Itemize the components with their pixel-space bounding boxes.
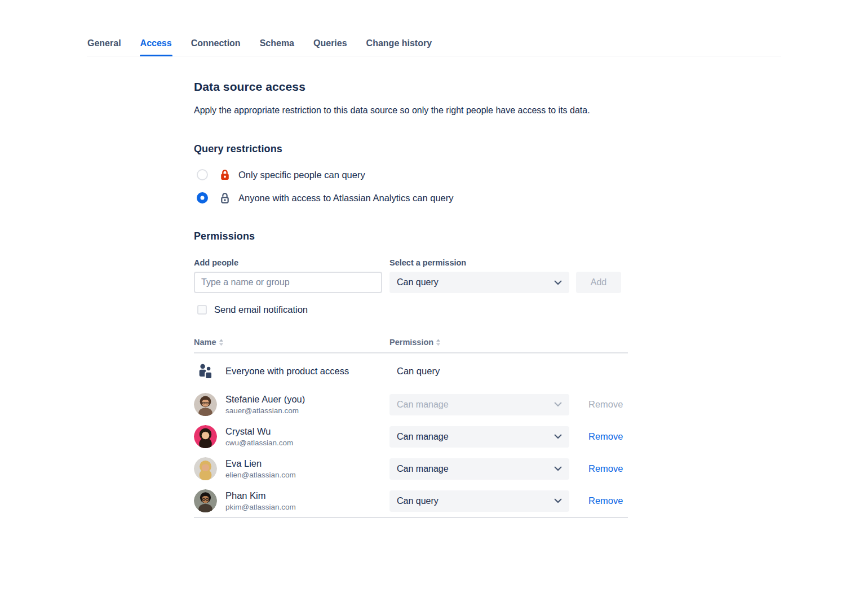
page-title: Data source access (194, 80, 628, 94)
permissions-heading: Permissions (194, 231, 628, 242)
column-header-name[interactable]: Name (194, 338, 389, 347)
restriction-option-anyone: Anyone with access to Atlassian Analytic… (194, 191, 628, 205)
add-people-label: Add people (194, 258, 382, 267)
page-description: Apply the appropriate restriction to thi… (194, 103, 621, 117)
permissions-table: Name Permission (194, 338, 628, 518)
people-group-icon (194, 360, 217, 383)
user-email: cwu@atlassian.com (225, 439, 293, 447)
select-permission-label: Select a permission (389, 258, 569, 267)
user-avatar (194, 425, 217, 448)
permission-select[interactable]: Can query (389, 490, 569, 512)
tab-change-history[interactable]: Change history (366, 37, 432, 56)
permission-select[interactable]: Can manage (389, 458, 569, 480)
user-name: Eva Lien (225, 458, 296, 469)
remove-button[interactable]: Remove (588, 399, 623, 409)
table-header: Name Permission (194, 338, 628, 353)
permission-select[interactable]: Can manage (389, 426, 569, 448)
tab-bar: General Access Connection Schema Queries… (87, 37, 781, 56)
table-bottom-border (194, 517, 628, 518)
chevron-down-icon (554, 466, 562, 471)
permission-select-value: Can query (397, 277, 439, 287)
sort-icon (219, 339, 224, 346)
user-name: Phan Kim (225, 490, 296, 501)
tab-access[interactable]: Access (140, 37, 172, 56)
user-avatar (194, 489, 217, 512)
tab-schema[interactable]: Schema (259, 37, 295, 56)
table-row: Everyone with product access Can query (194, 353, 628, 388)
user-avatar (194, 457, 217, 480)
settings-page: General Access Connection Schema Queries… (0, 0, 868, 518)
user-email: elien@atlassian.com (225, 471, 296, 479)
user-email: pkim@atlassian.com (225, 503, 296, 511)
radio-button[interactable] (197, 169, 208, 180)
group-name: Everyone with product access (225, 366, 349, 377)
email-notification-checkbox[interactable] (197, 305, 207, 315)
radio-button[interactable] (197, 192, 208, 203)
column-header-permission[interactable]: Permission (389, 338, 441, 347)
chevron-down-icon (554, 498, 562, 503)
permission-select[interactable]: Can manage (389, 394, 569, 415)
email-notification-row: Send email notification (194, 304, 628, 315)
tab-general[interactable]: General (87, 37, 122, 56)
user-email: sauer@atlassian.com (225, 406, 305, 415)
chevron-down-icon (554, 434, 562, 439)
remove-button[interactable]: Remove (588, 495, 623, 506)
tab-connection[interactable]: Connection (191, 37, 241, 56)
table-row: Crystal Wu cwu@atlassian.com Can manage … (194, 421, 628, 453)
permission-select[interactable]: Can query (389, 272, 569, 293)
query-restrictions-heading: Query restrictions (194, 143, 628, 155)
user-avatar (194, 393, 217, 416)
tab-queries[interactable]: Queries (313, 37, 348, 56)
lock-closed-icon (219, 168, 231, 182)
remove-button[interactable]: Remove (588, 431, 623, 441)
chevron-down-icon (554, 402, 562, 407)
chevron-down-icon (554, 280, 562, 285)
restriction-option-label: Only specific people can query (238, 170, 365, 180)
user-name: Stefanie Auer (you) (225, 394, 305, 405)
permission-value: Can query (389, 366, 579, 377)
restriction-option-specific: Only specific people can query (194, 168, 628, 182)
sort-icon (436, 339, 441, 346)
lock-open-icon (219, 191, 231, 205)
add-people-input[interactable] (194, 272, 382, 293)
query-restrictions-group: Only specific people can query Anyone wi… (194, 168, 628, 205)
table-row: Phan Kim pkim@atlassian.com Can query Re… (194, 485, 628, 517)
remove-button[interactable]: Remove (588, 463, 623, 473)
email-notification-label: Send email notification (214, 304, 308, 315)
table-row: Stefanie Auer (you) sauer@atlassian.com … (194, 388, 628, 421)
add-people-form: Add people Select a permission Can query… (194, 258, 628, 293)
restriction-option-label: Anyone with access to Atlassian Analytic… (238, 193, 454, 203)
add-button[interactable]: Add (576, 272, 621, 293)
user-name: Crystal Wu (225, 426, 293, 437)
table-row: Eva Lien elien@atlassian.com Can manage … (194, 453, 628, 485)
